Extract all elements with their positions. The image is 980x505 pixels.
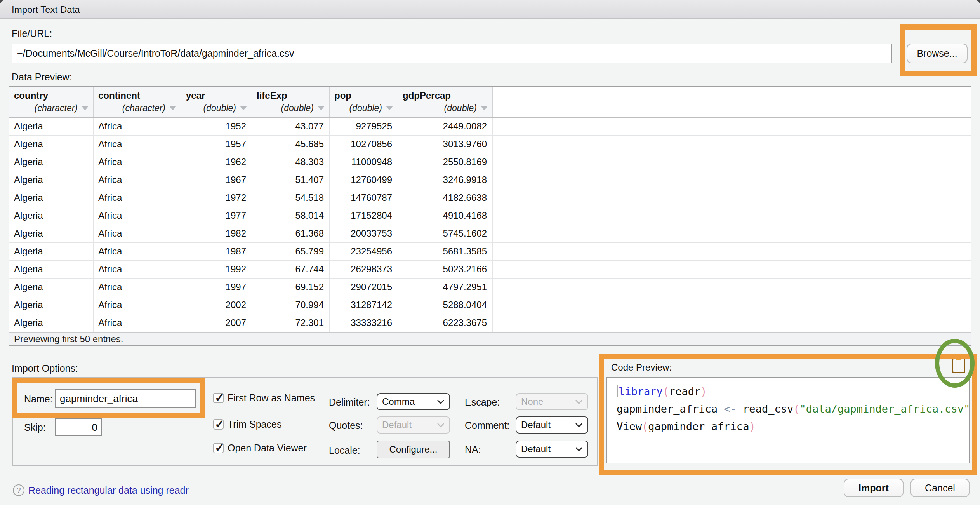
table-cell: Algeria bbox=[9, 261, 94, 278]
table-cell: Africa bbox=[94, 136, 181, 153]
table-row: AlgeriaAfrica196248.303110009482550.8169 bbox=[9, 153, 971, 171]
delimiter-select[interactable]: Comma bbox=[377, 393, 450, 410]
table-cell: 14760787 bbox=[330, 189, 398, 207]
trim-spaces-checkbox[interactable]: ✓ bbox=[213, 419, 224, 430]
table-cell: 1977 bbox=[181, 207, 252, 225]
skip-input[interactable] bbox=[55, 418, 102, 436]
quotes-value: Default bbox=[382, 420, 412, 430]
table-cell: 3013.9760 bbox=[398, 136, 493, 153]
checkmark-icon: ✓ bbox=[215, 391, 224, 404]
column-header-year[interactable]: year(double) bbox=[181, 87, 252, 117]
table-cell: 1982 bbox=[181, 225, 252, 242]
table-cell: Africa bbox=[94, 296, 181, 314]
table-row: AlgeriaAfrica195243.07792795252449.0082 bbox=[9, 118, 971, 136]
chevron-down-icon bbox=[437, 423, 445, 428]
table-cell: 1987 bbox=[181, 243, 252, 260]
checkmark-icon: ✓ bbox=[215, 441, 224, 454]
table-header-row: country(character)continent(character)ye… bbox=[9, 87, 971, 118]
copy-code-clipboard-icon[interactable] bbox=[952, 358, 965, 373]
table-cell: 9279525 bbox=[330, 118, 398, 135]
text-cursor bbox=[617, 385, 618, 397]
code-token: ) bbox=[700, 385, 707, 397]
column-menu-triangle-icon[interactable] bbox=[481, 106, 488, 110]
table-cell: 58.014 bbox=[252, 207, 330, 225]
table-cell: 48.303 bbox=[252, 153, 330, 171]
column-menu-triangle-icon[interactable] bbox=[240, 106, 247, 110]
na-select[interactable]: Default bbox=[516, 441, 588, 458]
comment-value: Default bbox=[521, 420, 551, 430]
table-cell: 1997 bbox=[181, 279, 252, 296]
column-type: (character) bbox=[35, 103, 78, 113]
trim-spaces-label: Trim Spaces bbox=[228, 419, 281, 430]
column-header-continent[interactable]: continent(character) bbox=[94, 87, 181, 117]
table-cell: 5681.3585 bbox=[398, 243, 493, 260]
code-token: gapminder_africa bbox=[648, 420, 749, 432]
column-header-gdpPercap[interactable]: gdpPercap(double) bbox=[398, 87, 493, 117]
table-cell: 17152804 bbox=[330, 207, 398, 225]
table-cell: 54.518 bbox=[252, 189, 330, 207]
table-row: AlgeriaAfrica197758.014171528044910.4168 bbox=[9, 207, 971, 225]
locale-configure-button[interactable]: Configure... bbox=[377, 441, 450, 458]
table-cell: 10270856 bbox=[330, 136, 398, 153]
code-line: gapminder_africa <- read_csv("data/gapmi… bbox=[617, 400, 969, 418]
help-question-icon[interactable]: ? bbox=[13, 484, 24, 496]
table-cell: Africa bbox=[94, 225, 181, 242]
table-cell: 6223.3675 bbox=[398, 314, 493, 332]
column-type: (double) bbox=[281, 103, 314, 113]
import-button[interactable]: Import bbox=[844, 479, 904, 497]
column-menu-triangle-icon[interactable] bbox=[169, 106, 176, 110]
table-cell: Algeria bbox=[9, 225, 94, 242]
table-cell: 1952 bbox=[181, 118, 252, 135]
name-input[interactable] bbox=[55, 389, 196, 408]
open-data-viewer-checkbox[interactable]: ✓ bbox=[213, 443, 224, 453]
table-cell: Africa bbox=[94, 118, 181, 135]
import-options-label: Import Options: bbox=[12, 363, 78, 374]
code-token: read_csv bbox=[737, 403, 793, 415]
column-name: country bbox=[14, 90, 89, 101]
table-cell: 12760499 bbox=[330, 171, 398, 189]
table-cell: 3246.9918 bbox=[398, 171, 493, 189]
table-row: AlgeriaAfrica196751.407127604993246.9918 bbox=[9, 171, 971, 189]
column-header-country[interactable]: country(character) bbox=[9, 87, 94, 117]
table-cell: Algeria bbox=[9, 296, 94, 314]
first-row-as-names-label: First Row as Names bbox=[228, 392, 315, 404]
quotes-select: Default bbox=[377, 416, 450, 434]
title-bar: Import Text Data bbox=[0, 0, 980, 19]
table-cell: 2550.8169 bbox=[398, 153, 493, 171]
table-cell: Africa bbox=[94, 243, 181, 260]
cancel-button[interactable]: Cancel bbox=[910, 479, 970, 497]
file-url-input[interactable] bbox=[12, 44, 892, 63]
column-header-lifeExp[interactable]: lifeExp(double) bbox=[252, 87, 330, 117]
table-cell: 65.799 bbox=[252, 243, 330, 260]
column-menu-triangle-icon[interactable] bbox=[318, 106, 325, 110]
column-menu-triangle-icon[interactable] bbox=[82, 106, 89, 110]
skip-label: Skip: bbox=[24, 422, 46, 433]
table-cell: Africa bbox=[94, 153, 181, 171]
chevron-down-icon bbox=[575, 399, 583, 404]
table-cell: 4910.4168 bbox=[398, 207, 493, 225]
code-token: ( bbox=[793, 403, 799, 415]
locale-label: Locale: bbox=[329, 445, 360, 456]
first-row-as-names-checkbox[interactable]: ✓ bbox=[213, 393, 224, 403]
table-cell: 29072015 bbox=[330, 279, 398, 296]
table-cell: Africa bbox=[94, 171, 181, 189]
help-link[interactable]: Reading rectangular data using readr bbox=[28, 484, 189, 496]
table-cell: 61.368 bbox=[252, 225, 330, 242]
table-row: AlgeriaAfrica197254.518147607874182.6638 bbox=[9, 189, 971, 207]
column-menu-triangle-icon[interactable] bbox=[386, 106, 393, 110]
code-preview-box: library(readr)gapminder_africa <- read_c… bbox=[606, 377, 970, 463]
table-cell: Algeria bbox=[9, 243, 94, 260]
table-cell: Africa bbox=[94, 279, 181, 296]
column-header-pop[interactable]: pop(double) bbox=[330, 87, 398, 117]
table-row: AlgeriaAfrica200270.994312871425288.0404 bbox=[9, 296, 971, 314]
browse-button[interactable]: Browse... bbox=[907, 44, 968, 63]
code-token: gapminder_africa bbox=[617, 403, 724, 415]
table-cell: Algeria bbox=[9, 314, 94, 332]
quotes-label: Quotes: bbox=[329, 420, 363, 431]
table-cell: Algeria bbox=[9, 171, 94, 189]
code-token: ) bbox=[970, 403, 976, 415]
table-cell: 4797.2951 bbox=[398, 279, 493, 296]
table-cell: 51.407 bbox=[252, 171, 330, 189]
delimiter-label: Delimiter: bbox=[329, 397, 370, 408]
comment-select[interactable]: Default bbox=[516, 416, 588, 434]
